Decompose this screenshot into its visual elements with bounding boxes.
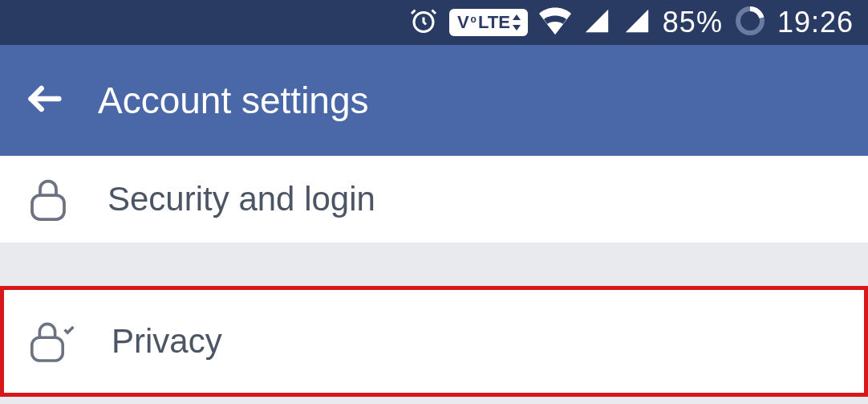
wifi-icon [539,7,571,38]
clock-text: 19:26 [777,6,854,39]
settings-item-label: Privacy [112,322,222,361]
svg-rect-2 [32,195,64,219]
section-divider [0,243,868,283]
back-arrow-icon[interactable] [24,78,66,123]
svg-rect-3 [32,337,63,361]
lock-icon [24,175,72,223]
lock-check-icon [28,317,76,365]
signal-1-icon [582,7,611,38]
volte-badge: VoLTE [449,9,528,36]
settings-item-label: Security and login [107,180,375,218]
app-bar: Account settings [0,45,868,156]
settings-item-privacy[interactable]: Privacy [0,286,868,397]
settings-item-security[interactable]: Security and login [0,156,868,243]
page-title: Account settings [98,79,369,122]
signal-2-icon [623,7,651,38]
battery-percent: 85% [663,6,723,39]
status-bar: VoLTE 85% 19:26 [0,0,868,45]
alarm-icon [409,6,438,39]
battery-ring-icon [734,5,766,40]
